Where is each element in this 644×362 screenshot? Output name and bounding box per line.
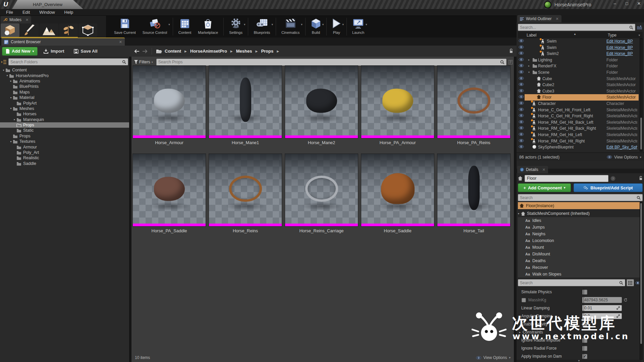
landscape-mode-button[interactable]: [40, 23, 58, 37]
details-tab[interactable]: i Details ✕: [517, 166, 548, 173]
breadcrumb-item-content[interactable]: Content: [165, 49, 181, 54]
visibility-eye-icon[interactable]: [519, 58, 524, 61]
outliner-row[interactable]: CubeStaticMeshActor: [517, 76, 644, 82]
visibility-eye-icon[interactable]: [519, 126, 524, 130]
visibility-eye-icon[interactable]: [519, 89, 524, 93]
dropdown-caret-icon[interactable]: ▾: [342, 23, 344, 26]
folder-tree-item[interactable]: ▾Textures: [0, 139, 129, 144]
property-matrix-button[interactable]: [627, 279, 634, 286]
folder-tree-item[interactable]: ▾Content: [0, 67, 129, 73]
outliner-row[interactable]: Horse_C_Get_Hit_Front_RightSkeletalMeshA…: [517, 113, 644, 119]
menu-item-edit[interactable]: Edit: [20, 10, 32, 15]
visibility-eye-icon[interactable]: [519, 39, 524, 43]
spin-box[interactable]: 0.0: [582, 313, 622, 319]
folder-tree-item[interactable]: ▸Animations: [0, 78, 129, 84]
expanded-arrow-icon[interactable]: ▾: [9, 96, 13, 99]
dropdown-caret-icon[interactable]: ▾: [366, 23, 367, 26]
import-button[interactable]: Import: [40, 47, 67, 56]
toolbar-button-save-current[interactable]: Save Current: [111, 16, 139, 38]
expanded-arrow-icon[interactable]: ▾: [5, 74, 9, 77]
toolbar-button-content[interactable]: Content: [175, 16, 195, 38]
anim-section-row[interactable]: AaIdles: [518, 217, 641, 224]
expanded-arrow-icon[interactable]: ▾: [9, 107, 13, 110]
toolbar-button-play[interactable]: Play: [329, 16, 344, 38]
spin-box[interactable]: 0.01: [582, 305, 622, 311]
collapsed-arrow-icon[interactable]: ▸: [528, 58, 530, 61]
visibility-eye-icon[interactable]: [519, 114, 524, 117]
dropdown-caret-icon[interactable]: ▾: [322, 23, 324, 26]
override-checkbox[interactable]: [522, 298, 526, 302]
asset-tile[interactable]: Horse_PA_Reins: [437, 66, 510, 145]
outliner-row[interactable]: ▾SceneFolder: [517, 69, 644, 76]
visibility-eye-icon[interactable]: [519, 64, 524, 67]
asset-tile[interactable]: Horse_Armour: [133, 66, 206, 145]
collapse-sources-icon[interactable]: [1, 60, 7, 64]
dropdown-caret-icon[interactable]: ▾: [244, 23, 246, 26]
modes-tab[interactable]: Modes ✕: [1, 16, 31, 23]
close-button[interactable]: ✕: [636, 1, 642, 6]
visibility-eye-icon[interactable]: [519, 132, 524, 136]
outliner-row[interactable]: Horse_C_Get_Hit_Front_LeftSkeletalMeshAc…: [517, 107, 644, 113]
components-search-input[interactable]: [520, 195, 637, 200]
lock-icon[interactable]: [639, 176, 643, 181]
outliner-row[interactable]: ▸RenderFXFolder: [517, 63, 644, 69]
toolbar-button-cinematics[interactable]: Cinematics: [278, 16, 303, 38]
expanded-arrow-icon[interactable]: ▾: [528, 71, 530, 74]
breadcrumb-item-props[interactable]: Props: [261, 49, 273, 54]
filters-button[interactable]: Filters ▾: [133, 60, 154, 64]
anim-section-row[interactable]: AaRecover: [518, 264, 641, 271]
toolbar-button-build[interactable]: Build: [308, 16, 324, 38]
visibility-eye-icon[interactable]: [519, 139, 524, 142]
edit-blueprint-link[interactable]: Edit Horse_BP: [606, 45, 637, 50]
asset-tile[interactable]: Horse_Saddle: [361, 154, 434, 233]
reset-to-default-icon[interactable]: [624, 298, 627, 302]
folder-tree-item[interactable]: Poly_Art: [0, 150, 129, 155]
document-tab[interactable]: HAP_Overview: [12, 0, 83, 9]
asset-tile[interactable]: Horse_PA_Armour: [361, 66, 434, 145]
place-mode-button[interactable]: [1, 23, 19, 37]
folder-tree-item[interactable]: ▸Mannequin: [0, 117, 129, 122]
asset-tile[interactable]: Horse_Reins_Carriage: [285, 154, 358, 233]
expanded-arrow-icon[interactable]: ▾: [9, 140, 13, 143]
spinner-icon[interactable]: [616, 314, 620, 318]
checkbox[interactable]: [582, 346, 587, 351]
close-icon[interactable]: ✕: [542, 168, 545, 172]
menu-item-help[interactable]: Help: [62, 10, 75, 15]
visibility-eye-icon[interactable]: [519, 145, 524, 148]
asset-tile[interactable]: Horse_Tail: [437, 154, 510, 233]
content-browser-tab[interactable]: Content Browser ✕: [1, 38, 125, 46]
collapsed-arrow-icon[interactable]: ▸: [519, 331, 521, 334]
folder-tree-item[interactable]: Armour: [0, 144, 129, 149]
anim-section-row[interactable]: AaDisMount: [518, 251, 641, 257]
collapsed-arrow-icon[interactable]: ▸: [528, 64, 530, 67]
geometry-mode-button[interactable]: [78, 23, 97, 37]
toolbar-button-blueprints[interactable]: Blueprints: [250, 16, 273, 38]
visibility-eye-icon[interactable]: [519, 108, 524, 111]
menu-item-file[interactable]: File: [4, 10, 15, 15]
minimize-button[interactable]: –: [612, 1, 618, 6]
dropdown-caret-icon[interactable]: ▾: [301, 23, 303, 26]
outliner-row[interactable]: Horse_RM_Get_Hit_RightSkeletalMeshActo: [517, 138, 644, 144]
dropdown-caret-icon[interactable]: ▾: [271, 23, 273, 26]
folder-tree-item[interactable]: ▾Meshes: [0, 106, 129, 111]
toolbar-button-settings[interactable]: Settings: [226, 16, 246, 38]
folder-tree-item[interactable]: Props: [0, 122, 129, 128]
help-circle-icon[interactable]: ?: [610, 176, 615, 181]
add-component-button[interactable]: + Add Component ▾: [518, 183, 571, 192]
close-icon[interactable]: ✕: [119, 40, 122, 44]
outliner-row[interactable]: ▸LightingFolder: [517, 57, 644, 63]
visibility-eye-icon[interactable]: [519, 101, 524, 105]
checkbox[interactable]: [582, 290, 587, 295]
details-collapse-bar[interactable]: ▼: [517, 360, 641, 362]
actor-name-input[interactable]: [527, 176, 606, 181]
folder-tree-item[interactable]: Saddle: [0, 161, 129, 166]
close-icon[interactable]: ✕: [25, 18, 29, 22]
section-header[interactable]: ▸Constraints: [517, 330, 543, 335]
edit-blueprint-link[interactable]: Edit BP_Sky_Sph: [606, 145, 637, 149]
add-new-button[interactable]: Add New ▾: [2, 47, 38, 56]
floor-instance-row[interactable]: Floor(Instance): [518, 202, 641, 209]
asset-tile[interactable]: Horse_Mane2: [285, 66, 358, 145]
toolbar-button-marketplace[interactable]: Marketplace: [195, 16, 221, 38]
outliner-scrollbar[interactable]: [640, 38, 643, 152]
visibility-eye-icon[interactable]: [519, 120, 524, 124]
